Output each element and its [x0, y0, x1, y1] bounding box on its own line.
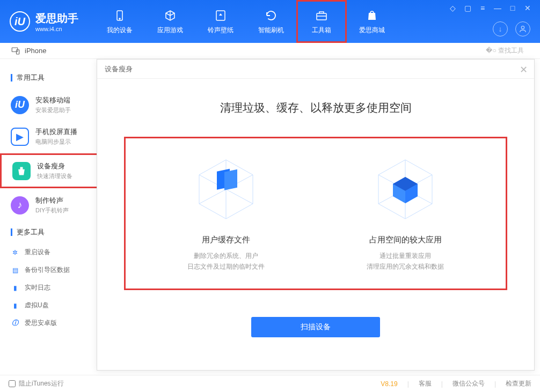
svg-point-4	[521, 26, 524, 29]
service-link[interactable]: 客服	[419, 379, 432, 388]
app-url: www.i4.cn	[35, 26, 78, 32]
option-cache-desc: 删除冗余的系统、用户日志文件及过期的临时文件	[151, 250, 301, 272]
large-apps-icon	[370, 154, 440, 224]
refresh-icon	[264, 9, 278, 23]
sidebar-item-install[interactable]: iU 安装移动端安装爱思助手	[0, 89, 107, 121]
device-indicator-icon	[11, 46, 20, 56]
music-icon	[214, 9, 228, 23]
sidebar-item-ringtone[interactable]: ♪ 制作铃声DIY手机铃声	[0, 189, 107, 221]
skin-icon[interactable]: ◇	[448, 3, 457, 13]
nav-tab-apps[interactable]: 应用游戏	[145, 0, 195, 43]
cleanup-icon	[12, 162, 31, 180]
cleanup-modal: 设备瘦身 ✕ 清理垃圾、缓存、以释放更多使用空间 用户缓存文件 删除冗余的系统、…	[97, 59, 535, 371]
cache-files-icon	[191, 154, 261, 224]
modal-title: 清理垃圾、缓存、以释放更多使用空间	[124, 100, 507, 115]
sidebar-item-cleanup[interactable]: 设备瘦身快速清理设备	[0, 153, 107, 188]
device-icon	[113, 9, 127, 23]
android-icon: ⓘ	[11, 319, 19, 328]
option-cache-title: 用户缓存文件	[151, 235, 301, 245]
sidebar-item-android[interactable]: ⓘ爱思安卓版	[0, 314, 107, 332]
menu-icon[interactable]: ≡	[478, 3, 487, 13]
block-itunes-checkbox[interactable]: 阻止iTunes运行	[9, 379, 64, 388]
option-cache[interactable]: 用户缓存文件 删除冗余的系统、用户日志文件及过期的临时文件	[151, 154, 301, 272]
bag-icon	[365, 9, 379, 23]
svg-rect-8	[224, 169, 237, 190]
sidebar-item-restart[interactable]: ✲重启设备	[0, 243, 107, 261]
option-apps-title: 占用空间的较大应用	[330, 235, 480, 245]
user-icon[interactable]	[515, 21, 530, 36]
nav-tab-device[interactable]: 我的设备	[94, 0, 145, 43]
close-icon[interactable]: ✕	[523, 3, 532, 13]
modal-close-button[interactable]: ✕	[520, 64, 528, 76]
sidebar-section-common: 常用工具	[0, 71, 107, 85]
option-large-apps[interactable]: 占用空间的较大应用 通过批量重装应用清理应用的冗余文稿和数据	[330, 154, 480, 272]
window-controls: ◇ ▢ ≡ — □ ✕	[448, 3, 532, 13]
ringtone-icon: ♪	[11, 196, 29, 215]
nav-tab-store[interactable]: 爱思商城	[347, 0, 397, 43]
nav-tabs: 我的设备 应用游戏 铃声壁纸 智能刷机 工具箱 爱思商城	[94, 0, 397, 43]
footer: 阻止iTunes运行 V8.19 | 客服 | 微信公众号 | 检查更新	[0, 375, 540, 392]
download-icon[interactable]: ↓	[493, 21, 508, 36]
wechat-link[interactable]: 微信公众号	[453, 379, 485, 388]
install-icon: iU	[11, 96, 29, 114]
sidebar-item-log[interactable]: ▮实时日志	[0, 279, 107, 297]
maximize-icon[interactable]: □	[508, 3, 517, 13]
screencast-icon: ▶	[11, 128, 29, 146]
device-name: iPhone	[25, 47, 46, 55]
minimize-icon[interactable]: —	[493, 3, 502, 13]
logo-area: iU 爱思助手 www.i4.cn	[10, 11, 78, 32]
feedback-icon[interactable]: ▢	[463, 3, 472, 13]
header-actions: ↓	[493, 21, 530, 36]
svg-point-1	[119, 18, 120, 19]
backup-icon: ▤	[11, 266, 19, 275]
app-header: iU 爱思助手 www.i4.cn 我的设备 应用游戏 铃声壁纸 智能刷机 工具…	[0, 0, 540, 43]
cleanup-options: 用户缓存文件 删除冗余的系统、用户日志文件及过期的临时文件 占用空间的较大应用 …	[124, 137, 507, 290]
usb-icon: ▮	[11, 301, 19, 310]
modal-header: 设备瘦身	[97, 60, 534, 79]
device-bar: iPhone �○ 查找工具	[0, 43, 540, 59]
scan-device-button[interactable]: 扫描设备	[251, 317, 380, 337]
search-tools[interactable]: �○ 查找工具	[486, 46, 524, 55]
nav-tab-flash[interactable]: 智能刷机	[246, 0, 296, 43]
app-title: 爱思助手	[35, 11, 78, 26]
nav-tab-ringtone[interactable]: 铃声壁纸	[195, 0, 246, 43]
update-link[interactable]: 检查更新	[506, 379, 531, 388]
app-logo-icon: iU	[10, 11, 30, 32]
cube-icon	[163, 9, 177, 23]
sidebar-item-usb[interactable]: ▮虚拟U盘	[0, 297, 107, 314]
version-label: V8.19	[381, 380, 397, 388]
sidebar-item-backup[interactable]: ▤备份引导区数据	[0, 261, 107, 279]
sidebar-section-more: 更多工具	[0, 225, 107, 239]
log-icon: ▮	[11, 284, 19, 292]
svg-rect-3	[317, 13, 326, 20]
nav-tab-toolbox[interactable]: 工具箱	[296, 0, 347, 43]
block-itunes-input[interactable]	[9, 380, 16, 387]
sidebar-item-screencast[interactable]: ▶ 手机投屏直播电脑同步显示	[0, 121, 107, 152]
restart-icon: ✲	[11, 248, 19, 257]
option-apps-desc: 通过批量重装应用清理应用的冗余文稿和数据	[330, 250, 480, 272]
sidebar: 常用工具 iU 安装移动端安装爱思助手 ▶ 手机投屏直播电脑同步显示 设备瘦身快…	[0, 59, 107, 391]
toolbox-icon	[315, 9, 329, 23]
